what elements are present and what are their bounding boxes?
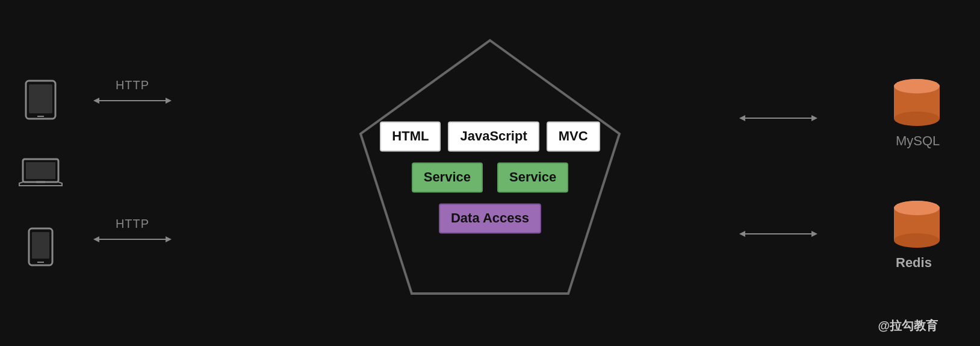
pentagon-content: HTML JavaScript MVC Service Service <box>382 121 598 233</box>
svg-marker-11 <box>93 98 99 104</box>
diagram-container: HTTP HTTP HTML Ja <box>0 0 980 346</box>
redis-cylinder <box>890 197 944 251</box>
arrow-redis <box>739 229 817 239</box>
service-left-box: Service <box>412 162 483 192</box>
data-access-box: Data Access <box>439 203 541 233</box>
redis-group: Redis <box>890 197 944 271</box>
http-top: HTTP <box>93 78 172 105</box>
watermark: @拉勾教育 <box>878 318 938 334</box>
svg-rect-5 <box>26 162 55 179</box>
middle-row: Service Service <box>412 162 569 192</box>
svg-marker-22 <box>811 231 817 237</box>
left-devices <box>18 80 63 266</box>
arrow-redis-svg <box>739 229 817 239</box>
svg-point-29 <box>894 233 940 248</box>
svg-marker-21 <box>739 231 745 237</box>
http-bottom: HTTP <box>93 217 172 244</box>
laptop-icon <box>18 158 63 191</box>
tablet-group <box>24 80 57 122</box>
svg-marker-18 <box>739 115 745 121</box>
svg-rect-8 <box>32 232 49 259</box>
redis-label: Redis <box>896 255 932 271</box>
svg-point-25 <box>894 112 940 126</box>
mvc-box: MVC <box>547 121 600 151</box>
svg-point-30 <box>894 201 940 215</box>
service-right-box: Service <box>497 162 568 192</box>
phone-icon <box>27 227 54 266</box>
svg-marker-12 <box>166 98 172 104</box>
http-label-top: HTTP <box>116 78 149 92</box>
svg-marker-14 <box>93 236 99 242</box>
svg-rect-1 <box>29 84 52 113</box>
databases-container: MySQL Redis <box>890 75 944 271</box>
mysql-cylinder <box>890 75 944 130</box>
html-box: HTML <box>380 121 441 151</box>
http-label-bottom: HTTP <box>116 217 149 231</box>
svg-point-26 <box>894 79 940 93</box>
pentagon: HTML JavaScript MVC Service Service <box>346 28 634 318</box>
top-row: HTML JavaScript MVC <box>380 121 600 151</box>
mysql-group: MySQL <box>890 75 944 149</box>
javascript-box: JavaScript <box>448 121 539 151</box>
svg-marker-19 <box>811 115 817 121</box>
arrow-bottom <box>93 234 172 244</box>
bottom-row: Data Access <box>439 203 541 233</box>
laptop-group <box>18 158 63 191</box>
mysql-label: MySQL <box>896 133 940 149</box>
tablet-icon <box>24 80 57 122</box>
svg-marker-15 <box>166 236 172 242</box>
arrow-mysql-svg <box>739 113 817 123</box>
arrow-top <box>93 96 172 105</box>
arrow-mysql <box>739 113 817 123</box>
phone-group <box>27 227 54 266</box>
